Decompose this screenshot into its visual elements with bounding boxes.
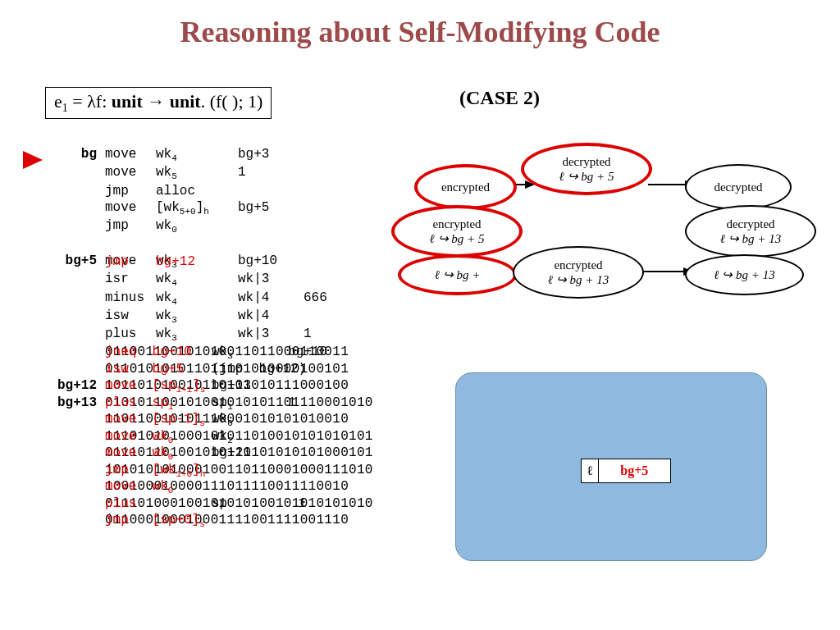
state-e6: ℓ ↪ bg + — [398, 254, 517, 295]
state-e1: encrypted — [414, 164, 517, 210]
cell-label: ℓ — [582, 459, 599, 482]
state-e8: ℓ ↪ bg + 13 — [685, 254, 804, 295]
page-title: Reasoning about Self-Modifying Code — [0, 0, 840, 49]
state-e4: encryptedℓ ↪ bg + 5 — [391, 205, 523, 258]
state-e5: decryptedℓ ↪ bg + 13 — [685, 205, 816, 258]
state-e7: encryptedℓ ↪ bg + 13 — [513, 246, 644, 299]
assembly-listing: bgmovewk4bg+3movewk51jmpallocmove[wk5+0]… — [52, 146, 376, 528]
state-e3: decrypted — [685, 164, 792, 210]
state-diagram: encrypteddecryptedℓ ↪ bg + 5decryptedenc… — [398, 139, 816, 320]
formula-e1: e1 = λf: unit → unit. (f( ); 1) — [45, 87, 272, 119]
case-label: (CASE 2) — [459, 87, 540, 109]
memory-cell: ℓ bg+5 — [581, 459, 671, 483]
instruction-pointer-icon — [23, 151, 43, 169]
memory-box: ℓ bg+5 — [455, 372, 767, 561]
cell-value: bg+5 — [599, 459, 670, 482]
state-e2: decryptedℓ ↪ bg + 5 — [521, 143, 652, 195]
